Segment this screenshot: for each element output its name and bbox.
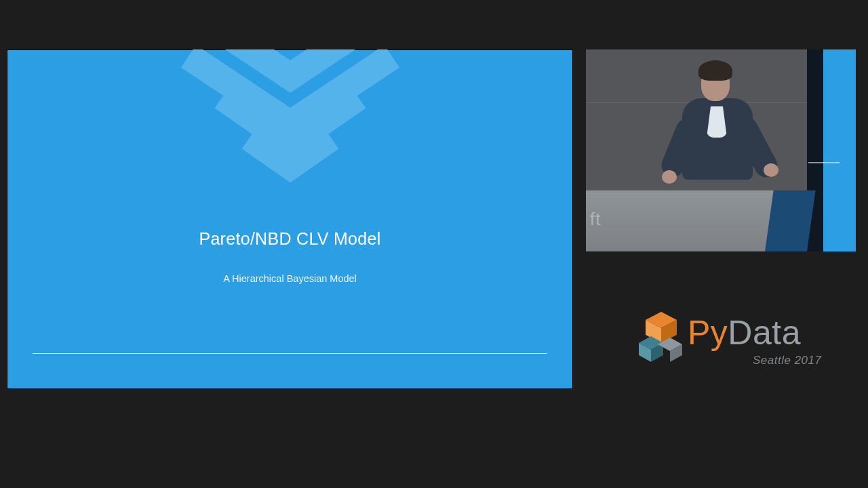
speaker-figure: [667, 62, 762, 211]
presentation-slide: Pareto/NBD CLV Model A Hierarchical Baye…: [7, 49, 573, 389]
slide-subtitle: A Hierarchical Bayesian Model: [7, 273, 573, 284]
slide-divider: [33, 353, 547, 354]
pydata-subtitle: Seattle 2017: [753, 354, 821, 367]
podium-side: [765, 190, 816, 251]
pydata-mark-icon: [637, 312, 685, 365]
slide-pattern-chevrons: [148, 49, 433, 188]
screen-glint: [808, 162, 840, 163]
slide-title: Pareto/NBD CLV Model: [7, 229, 573, 249]
pydata-wordmark: PyData: [688, 316, 801, 350]
pydata-word-py: Py: [688, 314, 728, 352]
speaker-video-panel: ft: [586, 49, 856, 251]
pydata-word-data: Data: [728, 314, 801, 352]
podium-logo-fragment: ft: [590, 209, 601, 230]
pydata-logo: PyData Seattle 2017: [628, 301, 831, 375]
